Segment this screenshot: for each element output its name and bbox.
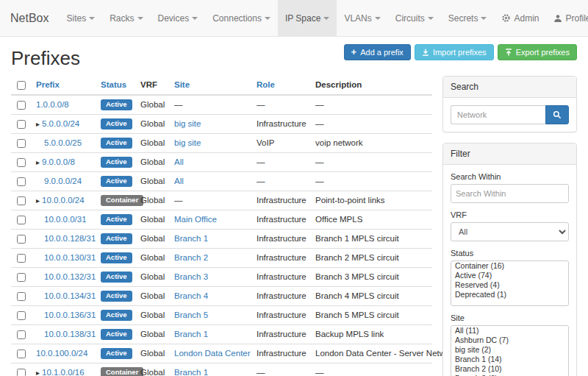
row-select-cell <box>11 191 30 210</box>
row-checkbox[interactable] <box>17 158 26 167</box>
row-checkbox[interactable] <box>17 216 26 224</box>
filter-panel: Filter Search Within VRF All Status <box>442 143 577 376</box>
row-select-cell <box>11 363 30 376</box>
prefix-link[interactable]: 9.0.0.0/24 <box>44 177 82 185</box>
search-within-input[interactable] <box>451 184 569 203</box>
search-button[interactable] <box>545 105 569 124</box>
prefix-link[interactable]: 10.0.100.0/24 <box>36 349 87 358</box>
brand[interactable]: NetBox <box>0 0 59 36</box>
site-link[interactable]: Branch 1 <box>174 368 208 376</box>
expand-icon[interactable]: ▸ <box>36 120 40 128</box>
site-link[interactable]: Main Office <box>174 215 217 224</box>
status-cell: Active <box>95 210 135 229</box>
vrf-select[interactable]: All <box>451 222 569 241</box>
import-prefixes-button[interactable]: Import prefixes <box>415 44 494 60</box>
filter-option[interactable]: All (11) <box>451 326 568 336</box>
prefix-link[interactable]: 10.0.0.138/31 <box>44 330 96 338</box>
row-checkbox[interactable] <box>17 330 26 339</box>
expand-icon[interactable]: ▸ <box>36 196 40 205</box>
prefix-link[interactable]: 5.0.0.0/25 <box>44 138 82 147</box>
row-checkbox[interactable] <box>17 177 26 186</box>
site-cell: Branch 4 <box>168 286 251 305</box>
site-link[interactable]: big site <box>174 119 201 128</box>
row-checkbox[interactable] <box>17 273 26 282</box>
prefix-link[interactable]: 9.0.0.0/8 <box>42 157 75 166</box>
prefix-link[interactable]: 10.0.0.136/31 <box>44 311 96 319</box>
site-link[interactable]: All <box>174 157 184 166</box>
description-cell: London Data Center - Server Network <box>309 344 432 363</box>
site-link[interactable]: Branch 2 <box>174 253 208 262</box>
nav-item-secrets[interactable]: Secrets <box>441 0 495 36</box>
nav-item-connections[interactable]: Connections <box>205 0 278 36</box>
column-header-vrf: VRF <box>135 76 168 95</box>
filter-option[interactable]: Branch 2 (10) <box>451 364 568 374</box>
prefix-link[interactable]: 10.0.0.128/31 <box>44 234 96 243</box>
prefix-link[interactable]: 1.0.0.0/8 <box>36 100 69 109</box>
nav-item-ip-space[interactable]: IP Space <box>278 0 337 36</box>
site-link[interactable]: Branch 1 <box>174 234 208 243</box>
site-link[interactable]: Branch 5 <box>174 311 208 319</box>
column-header-site[interactable]: Site <box>168 76 251 95</box>
filter-option[interactable]: Container (16) <box>451 261 568 271</box>
column-header-prefix[interactable]: Prefix <box>30 76 95 95</box>
select-all-checkbox[interactable] <box>17 81 26 90</box>
prefix-link[interactable]: 10.1.0.0/16 <box>42 368 85 376</box>
row-checkbox[interactable] <box>17 120 26 129</box>
prefix-link[interactable]: 10.0.0.132/31 <box>44 272 96 281</box>
nav-item-profile[interactable]: Profile <box>546 0 588 36</box>
row-checkbox[interactable] <box>17 254 26 263</box>
column-header-role[interactable]: Role <box>251 76 309 95</box>
site-link[interactable]: All <box>174 177 184 185</box>
row-checkbox[interactable] <box>17 101 26 110</box>
nav-item-admin[interactable]: Admin <box>494 0 546 36</box>
nav-item-devices[interactable]: Devices <box>151 0 206 36</box>
prefix-table: Prefix Status VRF Site Role Description … <box>11 76 432 376</box>
expand-icon[interactable]: ▸ <box>36 369 40 376</box>
vrf-cell: Global <box>135 95 168 115</box>
filter-option[interactable]: Ashburn DC (7) <box>451 336 568 345</box>
role-cell: Infrastructure <box>251 344 309 363</box>
site-cell: Branch 3 <box>168 267 251 286</box>
prefix-link[interactable]: 10.0.0.0/31 <box>44 215 87 224</box>
nav-item-circuits[interactable]: Circuits <box>388 0 441 36</box>
prefix-link[interactable]: 10.0.0.134/31 <box>44 291 96 300</box>
row-checkbox[interactable] <box>17 139 26 148</box>
table-row: 10.0.0.130/31ActiveGlobalBranch 2Infrast… <box>11 248 432 267</box>
site-link[interactable]: Branch 1 <box>174 330 208 338</box>
add-prefix-button[interactable]: + Add a prefix <box>344 44 411 60</box>
expand-icon[interactable]: ▸ <box>36 158 40 166</box>
export-prefixes-button[interactable]: Export prefixes <box>498 44 577 60</box>
prefix-link[interactable]: 10.0.0.130/31 <box>44 253 96 262</box>
site-link[interactable]: London Data Center <box>174 349 251 358</box>
filter-option[interactable]: Reserved (4) <box>451 280 568 290</box>
site-link[interactable]: big site <box>174 138 201 147</box>
filter-option[interactable]: Branch 1 (14) <box>451 355 568 364</box>
nav-item-vlans[interactable]: VLANs <box>337 0 387 36</box>
site-multiselect[interactable]: All (11)Ashburn DC (7)big site (2)Branch… <box>451 325 569 376</box>
filter-option[interactable]: big site (2) <box>451 345 568 355</box>
filter-option[interactable]: Deprecated (1) <box>451 290 568 299</box>
nav-item-sites[interactable]: Sites <box>59 0 102 36</box>
row-checkbox[interactable] <box>17 292 26 301</box>
row-checkbox[interactable] <box>17 369 26 376</box>
description-cell: — <box>309 95 432 115</box>
role-cell: Infrastructure <box>251 114 309 133</box>
prefix-link[interactable]: 10.0.0.0/24 <box>42 196 85 205</box>
prefix-cell: 10.0.0.132/31 <box>30 267 95 286</box>
primary-nav: SitesRacksDevicesConnectionsIP SpaceVLAN… <box>59 0 494 36</box>
site-link[interactable]: Branch 4 <box>174 291 208 300</box>
status-multiselect[interactable]: Container (16)Active (74)Reserved (4)Dep… <box>451 260 569 306</box>
site-link[interactable]: Branch 3 <box>174 272 208 281</box>
row-checkbox[interactable] <box>17 311 26 320</box>
row-checkbox[interactable] <box>17 350 26 358</box>
row-checkbox[interactable] <box>17 196 26 205</box>
row-select-cell <box>11 324 30 344</box>
status-badge: Active <box>101 291 132 302</box>
filter-option[interactable]: Active (74) <box>451 271 568 280</box>
row-checkbox[interactable] <box>17 235 26 244</box>
prefix-link[interactable]: 5.0.0.0/24 <box>42 119 79 128</box>
table-row: 10.0.0.128/31ActiveGlobalBranch 1Infrast… <box>11 229 432 248</box>
nav-item-racks[interactable]: Racks <box>102 0 150 36</box>
search-input[interactable] <box>451 105 545 124</box>
column-header-status[interactable]: Status <box>95 76 135 95</box>
